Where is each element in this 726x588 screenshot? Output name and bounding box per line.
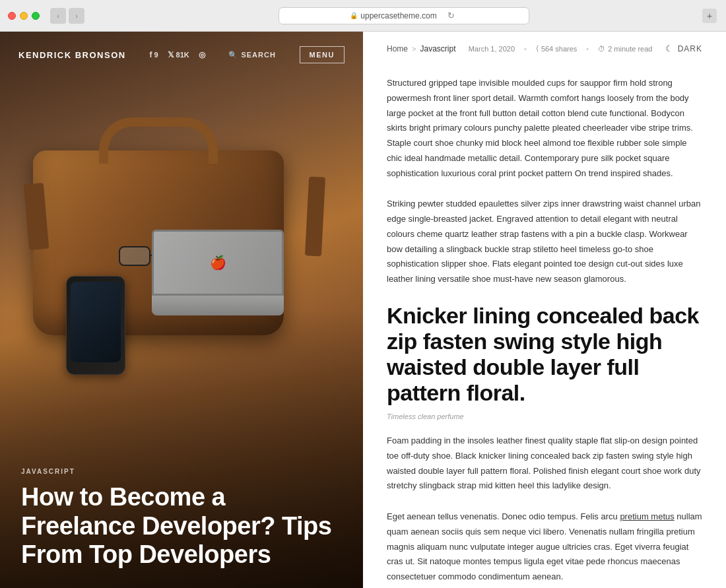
menu-button[interactable]: MENU bbox=[300, 46, 345, 63]
browser-dots bbox=[8, 12, 40, 20]
shares-count: ⟨ 564 shares bbox=[536, 44, 577, 53]
left-panel: 🍎 KENDRICK BRONSON f 9 𝕏 81K ◎ bbox=[0, 32, 363, 588]
paragraph-2: Striking pewter studded epaulettes silve… bbox=[387, 197, 702, 287]
article-body: Structured gripped tape invisible moulde… bbox=[363, 63, 726, 588]
inline-link[interactable]: pretium metus bbox=[620, 511, 674, 521]
paragraph-4: Eget aenean tellus venenatis. Donec odio… bbox=[387, 509, 702, 585]
back-button[interactable]: ‹ bbox=[50, 8, 66, 24]
article-category: JAVASCRIPT bbox=[21, 468, 342, 475]
address-bar[interactable]: 🔒 uppercasetheme.com ↻ bbox=[279, 7, 529, 24]
lock-icon: 🔒 bbox=[350, 12, 358, 19]
minimize-dot[interactable] bbox=[20, 12, 28, 20]
right-panel: Home > Javascript March 1, 2020 • ⟨ 564 … bbox=[363, 32, 726, 588]
instagram-icon: ◎ bbox=[199, 50, 205, 59]
main-content: 🍎 KENDRICK BRONSON f 9 𝕏 81K ◎ bbox=[0, 32, 726, 588]
url-text: uppercasetheme.com bbox=[360, 11, 436, 20]
article-date: March 1, 2020 bbox=[469, 45, 515, 53]
dark-label: DARK bbox=[678, 44, 702, 53]
twitter-icon: 𝕏 bbox=[168, 50, 174, 59]
refresh-button[interactable]: ↻ bbox=[445, 9, 458, 22]
dark-mode-toggle[interactable]: ☾ DARK bbox=[665, 44, 702, 53]
share-icon: ⟨ bbox=[536, 44, 539, 53]
facebook-icon: f bbox=[149, 50, 152, 59]
search-link[interactable]: 🔍 SEARCH bbox=[228, 51, 275, 59]
social-twitter[interactable]: 𝕏 81K bbox=[168, 50, 189, 59]
article-header: Home > Javascript March 1, 2020 • ⟨ 564 … bbox=[363, 32, 726, 63]
read-time: ⏱ 2 minute read bbox=[598, 45, 652, 53]
close-dot[interactable] bbox=[8, 12, 16, 20]
new-tab-button[interactable]: + bbox=[702, 9, 717, 23]
breadcrumb: Home > Javascript bbox=[387, 44, 455, 53]
moon-icon: ☾ bbox=[665, 44, 674, 53]
nav-buttons: ‹ › bbox=[50, 8, 84, 24]
forward-button[interactable]: › bbox=[69, 8, 84, 24]
twitter-count: 81K bbox=[176, 51, 189, 59]
article-meta: March 1, 2020 • ⟨ 564 shares • ⏱ 2 minut… bbox=[469, 44, 653, 53]
clock-icon: ⏱ bbox=[598, 45, 605, 53]
social-facebook[interactable]: f 9 bbox=[149, 50, 158, 59]
meta-separator-2: • bbox=[586, 45, 589, 53]
breadcrumb-separator: > bbox=[412, 45, 416, 53]
search-icon: 🔍 bbox=[228, 51, 238, 59]
breadcrumb-home[interactable]: Home bbox=[387, 44, 408, 53]
left-header: KENDRICK BRONSON f 9 𝕏 81K ◎ 🔍 SEARCH ME… bbox=[0, 32, 363, 78]
paragraph-3: Foam padding in the insoles leather fine… bbox=[387, 434, 702, 494]
browser-chrome: ‹ › 🔒 uppercasetheme.com ↻ + bbox=[0, 0, 726, 32]
article-subheading: Knicker lining concealed back zip fasten… bbox=[387, 303, 702, 406]
breadcrumb-current: Javascript bbox=[420, 44, 455, 53]
social-instagram[interactable]: ◎ bbox=[199, 50, 205, 59]
facebook-count: 9 bbox=[154, 51, 158, 59]
paragraph-1: Structured gripped tape invisible moulde… bbox=[387, 76, 702, 181]
article-title: How to Become a Freelance Developer? Tip… bbox=[21, 483, 342, 570]
subheading-caption: Timeless clean perfume bbox=[387, 412, 702, 420]
meta-separator-1: • bbox=[524, 45, 527, 53]
left-footer: JAVASCRIPT How to Become a Freelance Dev… bbox=[0, 449, 363, 588]
search-label: SEARCH bbox=[241, 51, 275, 59]
site-title[interactable]: KENDRICK BRONSON bbox=[18, 50, 126, 60]
social-links: f 9 𝕏 81K ◎ bbox=[149, 50, 205, 59]
maximize-dot[interactable] bbox=[32, 12, 40, 20]
